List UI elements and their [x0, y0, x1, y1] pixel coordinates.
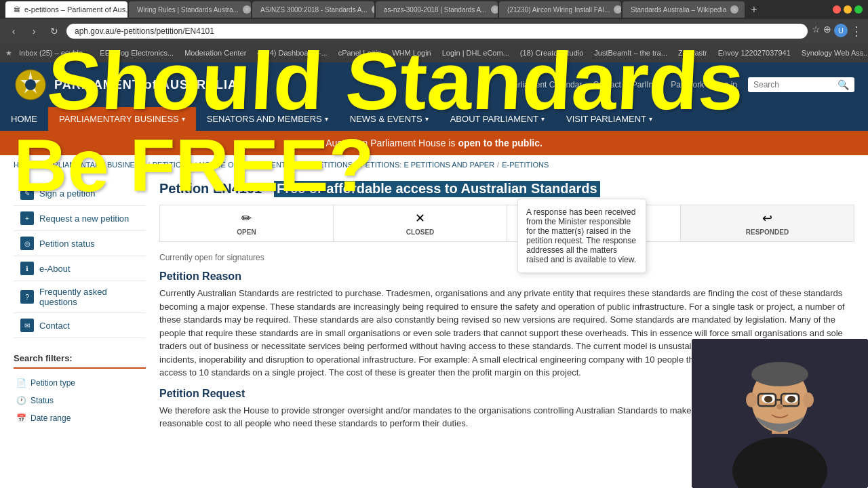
nav-senators-arrow: ▾ [325, 115, 328, 123]
star-icon[interactable]: ☆ [812, 24, 821, 39]
breadcrumb-epetitions-paper[interactable]: PETITIONS: E PETITIONS AND PAPER [360, 161, 494, 169]
petition-title-prefix: Petition EN4101 - [159, 181, 274, 196]
status-open[interactable]: ✏ OPEN [160, 205, 334, 241]
filter-status-icon: 🕐 [16, 396, 26, 405]
site-title: PARLIAMENT of AUSTRALIA [54, 78, 237, 92]
breadcrumb-house-petitions[interactable]: HOUSE OF REPRESENTATIVES PETITIONS [199, 161, 353, 169]
bookmark-8[interactable]: JustBeamIt – the tra... [590, 47, 671, 58]
header-link-contact[interactable]: Contact [593, 80, 620, 89]
bookmark-1[interactable]: EEVblog Electronics... [96, 47, 178, 58]
open-label: OPEN [165, 228, 328, 236]
tab-2-close[interactable]: × [372, 5, 374, 14]
bookmark-2[interactable]: Moderation Center [180, 47, 250, 58]
nav-about[interactable]: ABOUT PARLIAMENT ▾ [439, 107, 555, 131]
webcam-person [692, 339, 868, 488]
bookmark-9[interactable]: Zencastr [674, 47, 711, 58]
sidebar-item-sign[interactable]: ✎ Sign a petition [14, 181, 146, 206]
tab-5-close[interactable]: × [730, 5, 738, 14]
main-nav: HOME PARLIAMENTARY BUSINESS ▾ SENATORS A… [0, 107, 868, 131]
back-button[interactable]: ‹ [5, 23, 22, 39]
sidebar-item-about[interactable]: ℹ e-About [14, 256, 146, 281]
ext-icon[interactable]: ⊕ [823, 24, 831, 39]
bookmark-11[interactable]: Synology Web Ass... [797, 47, 868, 58]
tab-3-close[interactable]: × [491, 5, 498, 14]
nav-senators[interactable]: SENATORS AND MEMBERS ▾ [196, 107, 339, 131]
nav-parliamentary[interactable]: PARLIAMENTARY BUSINESS ▾ [48, 107, 196, 131]
sidebar-item-contact[interactable]: ✉ Contact [14, 313, 146, 338]
search-icon[interactable]: 🔍 [837, 79, 849, 90]
profile-icon[interactable]: U [834, 24, 848, 37]
nav-parliamentary-arrow: ▾ [182, 115, 185, 123]
sidebar-item-status[interactable]: ◎ Petition status [14, 231, 146, 256]
nav-visit-label: VISIT PARLIAMENT [566, 114, 646, 124]
breadcrumb-home[interactable]: HOME [14, 161, 36, 169]
bookmark-10[interactable]: Envoy 122027037941 [714, 47, 795, 58]
breadcrumb-epetitions[interactable]: E-PETITIONS [502, 161, 549, 169]
bookmark-3[interactable]: 4094) Dashboard –... [253, 47, 331, 58]
tab-5-label: Standards Australia – Wikipedia [631, 6, 726, 14]
filter-petition-type[interactable]: 📄 Petition type [14, 374, 146, 392]
tab-1-close[interactable]: × [243, 5, 251, 14]
nav-visit[interactable]: VISIT PARLIAMENT ▾ [555, 107, 663, 131]
filter-date-range[interactable]: 📅 Date range [14, 409, 146, 427]
svg-point-17 [776, 404, 783, 409]
header-search[interactable]: 🔍 [748, 77, 854, 92]
petition-title-highlight: Free or affordable access to Australian … [274, 181, 600, 197]
faq-label: Frequently asked questions [39, 287, 139, 307]
forward-button[interactable]: › [26, 23, 42, 39]
tooltip-text: A response has been received from the Mi… [526, 207, 636, 264]
menu-icon[interactable]: ⋮ [850, 24, 863, 39]
header-link-login[interactable]: Log in [715, 80, 737, 89]
reload-button[interactable]: ↻ [46, 23, 62, 39]
browser-action-icons: ☆ ⊕ U ⋮ [812, 24, 863, 39]
tab-1-label: Wiring Rules | Standards Austra... [137, 6, 239, 14]
sidebar-item-request[interactable]: + Request a new petition [14, 206, 146, 231]
breadcrumb-parliamentary[interactable]: PARLIAMENTARY BUSINESS [43, 161, 145, 169]
site-logo: PARLIAMENT of AUSTRALIA [14, 68, 237, 102]
nav-about-arrow: ▾ [541, 115, 545, 123]
bookmark-7[interactable]: (18) Creator Studio [516, 47, 588, 58]
header-link-parlwork[interactable]: ParlWork [671, 80, 704, 89]
bookmark-6[interactable]: Login | DHL eCom... [438, 47, 513, 58]
nav-about-label: ABOUT PARLIAMENT [450, 114, 538, 124]
tab-1[interactable]: Wiring Rules | Standards Austra... × [129, 1, 251, 18]
search-input[interactable] [753, 80, 835, 89]
petition-reason-title: Petition Reason [159, 270, 854, 283]
url-bar[interactable]: aph.gov.au/e-petitions/petition/EN4101 [66, 24, 808, 39]
bookmark-0[interactable]: Inbox (25) – eevblo... [15, 47, 93, 58]
header-link-calendar[interactable]: Parliament Calendar [508, 80, 582, 89]
filter-status-label: Status [31, 396, 54, 405]
petition-status-bar: ✏ OPEN ✕ CLOSED ≡ PRESENTED ↩ RESPONDED … [159, 205, 854, 242]
tab-active[interactable]: 🏛 e-petitions – Parliament of Aus... × [5, 1, 127, 18]
browser-titlebar: 🏛 e-petitions – Parliament of Aus... × W… [0, 0, 868, 19]
petition-title: Petition EN4101 - Free or affordable acc… [159, 181, 854, 197]
bookmarks-label: ★ [5, 49, 12, 58]
tab-5[interactable]: Standards Australia – Wikipedia × [623, 1, 745, 18]
tab-3[interactable]: as-nzs-3000-2018 | Standards A... × [376, 1, 498, 18]
about-label: e-About [39, 264, 71, 274]
bookmark-4[interactable]: cPanel Login [334, 47, 386, 58]
new-tab-button[interactable]: + [746, 1, 762, 18]
status-responded[interactable]: ↩ RESPONDED A response has been received… [681, 205, 854, 241]
breadcrumb-petitions[interactable]: PETITIONS [153, 161, 192, 169]
nav-news[interactable]: NEWS & EVENTS ▾ [339, 107, 439, 131]
header-link-parlinfo[interactable]: ParlInfo [632, 80, 660, 89]
tab-2[interactable]: AS/NZS 3000:2018 - Standards A... × [252, 1, 374, 18]
bookmark-5[interactable]: WHM Login [388, 47, 435, 58]
filter-status[interactable]: 🕐 Status [14, 392, 146, 409]
breadcrumb-sep-2: / [148, 161, 150, 169]
svg-point-12 [764, 396, 772, 403]
petition-type-icon: 📄 [16, 378, 26, 388]
browser-tabs: 🏛 e-petitions – Parliament of Aus... × W… [5, 1, 830, 18]
tab-4[interactable]: (21230) Aircon Wiring Install FAI... × [499, 1, 621, 18]
sidebar-item-faq[interactable]: ? Frequently asked questions [14, 281, 146, 313]
breadcrumb-sep-1: / [39, 161, 41, 169]
breadcrumb-sep-3: / [195, 161, 197, 169]
webcam-overlay [692, 339, 868, 488]
status-tooltip: A response has been received from the Mi… [517, 199, 646, 273]
status-closed[interactable]: ✕ CLOSED [334, 205, 507, 241]
responded-label: RESPONDED [686, 228, 848, 236]
browser-controls: ‹ › ↻ aph.gov.au/e-petitions/petition/EN… [0, 19, 868, 43]
nav-home[interactable]: HOME [0, 107, 48, 131]
tab-4-close[interactable]: × [614, 5, 621, 14]
